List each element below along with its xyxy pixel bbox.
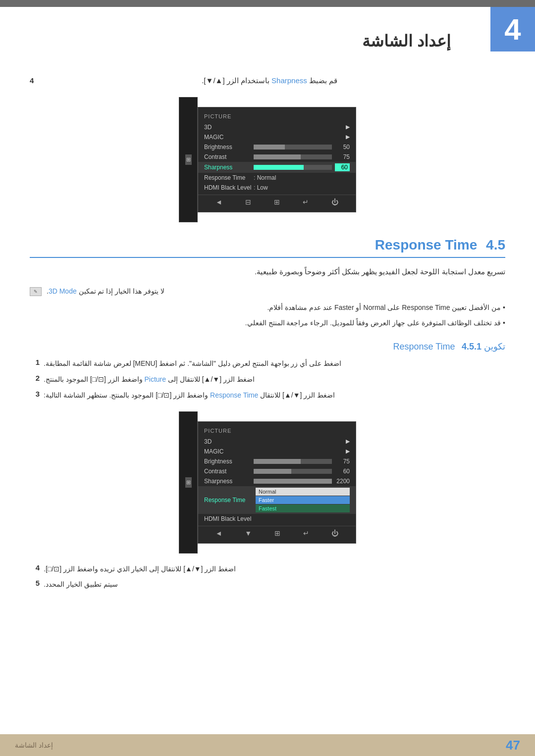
- picture-menu-content-top: PICTURE 3D ▶ MAGIC ▶ Brightness: [198, 107, 356, 212]
- menu-icon-left: ◄: [215, 198, 222, 206]
- sub-section-title: تكوين Response Time: [393, 342, 505, 352]
- step-5: سيتم تطبيق الخيار المحدد. 5: [30, 579, 505, 591]
- chapter-number: 4: [490, 7, 535, 51]
- footer-section-label: إعداد الشاشة: [15, 741, 53, 749]
- step-3: اضغط الزر [▼/▲] للانتقال Response Time و…: [30, 390, 505, 402]
- section-title: Response Time: [375, 237, 477, 252]
- menu-title-top: PICTURE: [198, 111, 356, 122]
- footer-page-number: 47: [506, 738, 520, 753]
- picture-menu-top-wrapper: ⊞ PICTURE 3D ▶ MAGIC ▶ Brightness: [30, 97, 505, 222]
- menu-title-bottom: PICTURE: [198, 426, 356, 437]
- menu-icon-left-b: ◄: [215, 529, 222, 537]
- dropdown-faster: Faster: [256, 496, 350, 504]
- picture-menu-content-bottom: PICTURE 3D ▶ MAGIC ▶ Brightness: [198, 421, 356, 544]
- page-footer: إعداد الشاشة 47: [0, 734, 535, 756]
- top-header-bar: [0, 0, 535, 7]
- picture-menu-bottom: ⊞ PICTURE 3D ▶ MAGIC ▶ Brightness: [179, 411, 356, 554]
- chapter-header: 4 إعداد الشاشة: [0, 7, 535, 60]
- menu-icon-plus-b: ⊞: [274, 529, 280, 537]
- step4-sharpness-note: قم بضبط Sharpness باستخدام الزر [▲/▼]. 4: [30, 74, 505, 87]
- menu-icons-top: ◄ ⊟ ⊞ ↵ ⏻: [198, 195, 356, 208]
- picture-menu-bottom-wrapper: ⊞ PICTURE 3D ▶ MAGIC ▶ Brightness: [30, 411, 505, 554]
- menu-icon-enter-b: ↵: [303, 529, 309, 537]
- menu-row-3d-top: 3D ▶: [198, 122, 356, 132]
- sub-section-4-5-1: تكوين Response Time 4.5.1: [30, 341, 505, 352]
- sidebar-icon-bottom: ⊞: [185, 477, 192, 488]
- menu-row-response-top: Response Time : Normal: [198, 173, 356, 183]
- menu-row-contrast-top: Contrast 75: [198, 152, 356, 162]
- menu-icon-down-b: ▼: [245, 529, 252, 537]
- sub-section-number: 4.5.1: [462, 342, 482, 352]
- dropdown-fastest: Fastest: [256, 504, 350, 512]
- step-4: اضغط الزر [▼/▲] للانتقال إلى الخيار الذي…: [30, 563, 505, 575]
- menu-row-brightness-top: Brightness 50: [198, 142, 356, 152]
- note-normal-faster: • من الأفضل تعيين Response Time على Norm…: [30, 302, 505, 314]
- menu-icon-power: ⏻: [331, 198, 338, 206]
- menu-row-hdmi-bottom: HDMI Black Level: [198, 514, 356, 524]
- menu-icon-enter: ↵: [303, 198, 309, 206]
- step-1: اضغط على أي زر بواجهة المنتج لعرض دليل "…: [30, 358, 505, 370]
- chapter-title: إعداد الشاشة: [0, 22, 505, 50]
- steps-container: اضغط على أي زر بواجهة المنتج لعرض دليل "…: [30, 358, 505, 401]
- section-number: 4.5: [486, 237, 505, 252]
- menu-icons-bottom: ◄ ▼ ⊞ ↵ ⏻: [198, 526, 356, 539]
- menu-row-brightness-bottom: Brightness 75: [198, 456, 356, 466]
- sidebar-icon-top: ⊞: [185, 154, 192, 165]
- note-icon-3d: ✎: [30, 287, 42, 296]
- dropdown-normal: Normal: [256, 488, 350, 496]
- step-2: اضغط الزر [▼/▲] للانتقال إلى Picture واض…: [30, 374, 505, 386]
- menu-row-contrast-bottom: Contrast 60: [198, 466, 356, 476]
- note-functions: • قد تختلف الوظائف المتوفرة على جهاز الع…: [30, 317, 505, 329]
- menu-icon-plus: ⊞: [274, 198, 280, 206]
- menu-row-sharpness-top: Sharpness 60: [198, 162, 356, 173]
- menu-row-magic-top: MAGIC ▶: [198, 132, 356, 142]
- picture-menu-top: ⊞ PICTURE 3D ▶ MAGIC ▶ Brightness: [179, 97, 356, 222]
- main-content: قم بضبط Sharpness باستخدام الزر [▲/▼]. 4…: [0, 60, 535, 605]
- section-description: تسريع معدل استجابة اللوحة لجعل الفيديو ي…: [30, 265, 505, 278]
- menu-icon-power-b: ⏻: [331, 529, 338, 537]
- menu-row-magic-bottom: MAGIC ▶: [198, 447, 356, 456]
- menu-icon-minus: ⊟: [245, 198, 251, 206]
- menu-row-hdmi-top: HDMI Black Level : Low: [198, 183, 356, 193]
- menu-row-response-bottom: Response Time Normal Faster Fastest: [198, 486, 356, 514]
- steps-4-5: اضغط الزر [▼/▲] للانتقال إلى الخيار الذي…: [30, 563, 505, 591]
- menu-row-sharpness-bottom: Sharpness 2200: [198, 476, 356, 486]
- menu-row-3d-bottom: 3D ▶: [198, 437, 356, 447]
- section-4-5-heading: Response Time 4.5: [30, 237, 505, 258]
- note-3d-mode: لا يتوفر هذا الخيار إذا تم تمكين 3D Mode…: [30, 286, 505, 298]
